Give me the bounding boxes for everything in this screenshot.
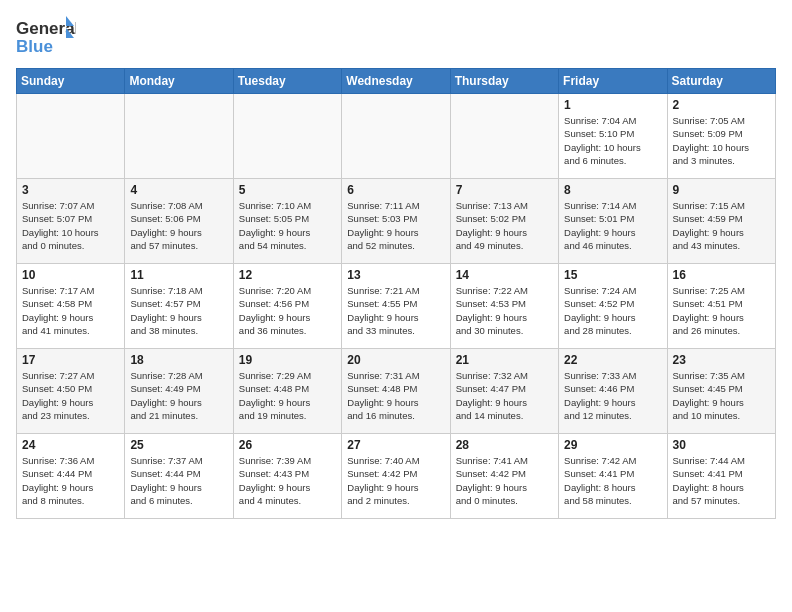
day-info: Sunrise: 7:28 AM Sunset: 4:49 PM Dayligh… — [130, 369, 227, 422]
day-cell: 22Sunrise: 7:33 AM Sunset: 4:46 PM Dayli… — [559, 349, 667, 434]
day-info: Sunrise: 7:05 AM Sunset: 5:09 PM Dayligh… — [673, 114, 770, 167]
day-info: Sunrise: 7:32 AM Sunset: 4:47 PM Dayligh… — [456, 369, 553, 422]
day-number: 6 — [347, 183, 444, 197]
day-cell: 24Sunrise: 7:36 AM Sunset: 4:44 PM Dayli… — [17, 434, 125, 519]
day-cell: 13Sunrise: 7:21 AM Sunset: 4:55 PM Dayli… — [342, 264, 450, 349]
logo-svg: GeneralBlue — [16, 16, 76, 56]
calendar-table: SundayMondayTuesdayWednesdayThursdayFrid… — [16, 68, 776, 519]
day-number: 21 — [456, 353, 553, 367]
day-number: 9 — [673, 183, 770, 197]
header-cell-tuesday: Tuesday — [233, 69, 341, 94]
day-number: 29 — [564, 438, 661, 452]
header-cell-saturday: Saturday — [667, 69, 775, 94]
day-cell — [125, 94, 233, 179]
day-cell: 9Sunrise: 7:15 AM Sunset: 4:59 PM Daylig… — [667, 179, 775, 264]
day-cell: 28Sunrise: 7:41 AM Sunset: 4:42 PM Dayli… — [450, 434, 558, 519]
day-cell: 29Sunrise: 7:42 AM Sunset: 4:41 PM Dayli… — [559, 434, 667, 519]
day-info: Sunrise: 7:11 AM Sunset: 5:03 PM Dayligh… — [347, 199, 444, 252]
day-number: 24 — [22, 438, 119, 452]
day-cell: 6Sunrise: 7:11 AM Sunset: 5:03 PM Daylig… — [342, 179, 450, 264]
day-cell: 30Sunrise: 7:44 AM Sunset: 4:41 PM Dayli… — [667, 434, 775, 519]
day-cell: 1Sunrise: 7:04 AM Sunset: 5:10 PM Daylig… — [559, 94, 667, 179]
day-cell: 5Sunrise: 7:10 AM Sunset: 5:05 PM Daylig… — [233, 179, 341, 264]
week-row-3: 10Sunrise: 7:17 AM Sunset: 4:58 PM Dayli… — [17, 264, 776, 349]
week-row-5: 24Sunrise: 7:36 AM Sunset: 4:44 PM Dayli… — [17, 434, 776, 519]
svg-text:Blue: Blue — [16, 37, 53, 56]
day-info: Sunrise: 7:35 AM Sunset: 4:45 PM Dayligh… — [673, 369, 770, 422]
day-info: Sunrise: 7:41 AM Sunset: 4:42 PM Dayligh… — [456, 454, 553, 507]
day-number: 13 — [347, 268, 444, 282]
day-number: 1 — [564, 98, 661, 112]
day-cell: 2Sunrise: 7:05 AM Sunset: 5:09 PM Daylig… — [667, 94, 775, 179]
day-cell: 16Sunrise: 7:25 AM Sunset: 4:51 PM Dayli… — [667, 264, 775, 349]
day-number: 5 — [239, 183, 336, 197]
day-cell: 20Sunrise: 7:31 AM Sunset: 4:48 PM Dayli… — [342, 349, 450, 434]
day-cell: 17Sunrise: 7:27 AM Sunset: 4:50 PM Dayli… — [17, 349, 125, 434]
day-cell: 12Sunrise: 7:20 AM Sunset: 4:56 PM Dayli… — [233, 264, 341, 349]
header-cell-sunday: Sunday — [17, 69, 125, 94]
day-info: Sunrise: 7:04 AM Sunset: 5:10 PM Dayligh… — [564, 114, 661, 167]
day-info: Sunrise: 7:17 AM Sunset: 4:58 PM Dayligh… — [22, 284, 119, 337]
day-cell — [450, 94, 558, 179]
day-number: 23 — [673, 353, 770, 367]
day-cell: 11Sunrise: 7:18 AM Sunset: 4:57 PM Dayli… — [125, 264, 233, 349]
day-cell: 27Sunrise: 7:40 AM Sunset: 4:42 PM Dayli… — [342, 434, 450, 519]
day-cell: 14Sunrise: 7:22 AM Sunset: 4:53 PM Dayli… — [450, 264, 558, 349]
week-row-2: 3Sunrise: 7:07 AM Sunset: 5:07 PM Daylig… — [17, 179, 776, 264]
day-info: Sunrise: 7:20 AM Sunset: 4:56 PM Dayligh… — [239, 284, 336, 337]
day-cell: 18Sunrise: 7:28 AM Sunset: 4:49 PM Dayli… — [125, 349, 233, 434]
header-cell-wednesday: Wednesday — [342, 69, 450, 94]
week-row-4: 17Sunrise: 7:27 AM Sunset: 4:50 PM Dayli… — [17, 349, 776, 434]
day-cell: 26Sunrise: 7:39 AM Sunset: 4:43 PM Dayli… — [233, 434, 341, 519]
header-row: SundayMondayTuesdayWednesdayThursdayFrid… — [17, 69, 776, 94]
day-info: Sunrise: 7:27 AM Sunset: 4:50 PM Dayligh… — [22, 369, 119, 422]
day-cell: 23Sunrise: 7:35 AM Sunset: 4:45 PM Dayli… — [667, 349, 775, 434]
day-number: 22 — [564, 353, 661, 367]
day-number: 19 — [239, 353, 336, 367]
day-info: Sunrise: 7:25 AM Sunset: 4:51 PM Dayligh… — [673, 284, 770, 337]
day-info: Sunrise: 7:22 AM Sunset: 4:53 PM Dayligh… — [456, 284, 553, 337]
day-cell — [342, 94, 450, 179]
day-number: 17 — [22, 353, 119, 367]
page-header: GeneralBlue — [16, 16, 776, 56]
day-number: 26 — [239, 438, 336, 452]
day-number: 30 — [673, 438, 770, 452]
logo: GeneralBlue — [16, 16, 76, 56]
day-number: 11 — [130, 268, 227, 282]
day-cell: 7Sunrise: 7:13 AM Sunset: 5:02 PM Daylig… — [450, 179, 558, 264]
day-number: 12 — [239, 268, 336, 282]
day-number: 28 — [456, 438, 553, 452]
day-info: Sunrise: 7:13 AM Sunset: 5:02 PM Dayligh… — [456, 199, 553, 252]
day-number: 14 — [456, 268, 553, 282]
day-number: 4 — [130, 183, 227, 197]
day-cell: 15Sunrise: 7:24 AM Sunset: 4:52 PM Dayli… — [559, 264, 667, 349]
day-number: 18 — [130, 353, 227, 367]
day-number: 15 — [564, 268, 661, 282]
day-info: Sunrise: 7:10 AM Sunset: 5:05 PM Dayligh… — [239, 199, 336, 252]
day-info: Sunrise: 7:14 AM Sunset: 5:01 PM Dayligh… — [564, 199, 661, 252]
day-info: Sunrise: 7:08 AM Sunset: 5:06 PM Dayligh… — [130, 199, 227, 252]
day-info: Sunrise: 7:29 AM Sunset: 4:48 PM Dayligh… — [239, 369, 336, 422]
day-number: 25 — [130, 438, 227, 452]
day-number: 7 — [456, 183, 553, 197]
day-info: Sunrise: 7:18 AM Sunset: 4:57 PM Dayligh… — [130, 284, 227, 337]
header-cell-monday: Monday — [125, 69, 233, 94]
day-number: 3 — [22, 183, 119, 197]
header-cell-friday: Friday — [559, 69, 667, 94]
week-row-1: 1Sunrise: 7:04 AM Sunset: 5:10 PM Daylig… — [17, 94, 776, 179]
day-info: Sunrise: 7:07 AM Sunset: 5:07 PM Dayligh… — [22, 199, 119, 252]
day-number: 20 — [347, 353, 444, 367]
day-info: Sunrise: 7:37 AM Sunset: 4:44 PM Dayligh… — [130, 454, 227, 507]
day-cell: 4Sunrise: 7:08 AM Sunset: 5:06 PM Daylig… — [125, 179, 233, 264]
day-cell: 19Sunrise: 7:29 AM Sunset: 4:48 PM Dayli… — [233, 349, 341, 434]
day-cell: 10Sunrise: 7:17 AM Sunset: 4:58 PM Dayli… — [17, 264, 125, 349]
day-cell — [17, 94, 125, 179]
day-number: 8 — [564, 183, 661, 197]
day-cell: 21Sunrise: 7:32 AM Sunset: 4:47 PM Dayli… — [450, 349, 558, 434]
day-info: Sunrise: 7:15 AM Sunset: 4:59 PM Dayligh… — [673, 199, 770, 252]
day-info: Sunrise: 7:44 AM Sunset: 4:41 PM Dayligh… — [673, 454, 770, 507]
day-info: Sunrise: 7:24 AM Sunset: 4:52 PM Dayligh… — [564, 284, 661, 337]
day-info: Sunrise: 7:36 AM Sunset: 4:44 PM Dayligh… — [22, 454, 119, 507]
day-number: 16 — [673, 268, 770, 282]
day-cell — [233, 94, 341, 179]
